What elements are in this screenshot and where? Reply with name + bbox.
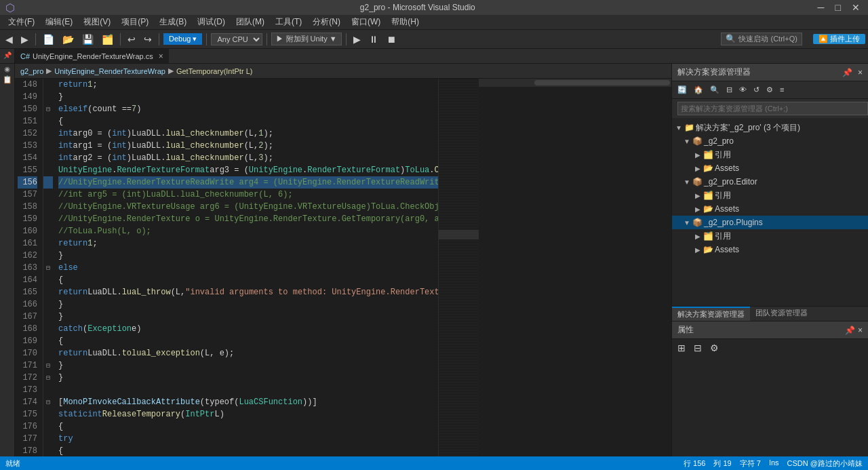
properties-toolbar: ⊞ ⊟ ⚙	[672, 339, 868, 357]
maximize-btn[interactable]: □	[833, 2, 844, 13]
close-panel-btn[interactable]: ×	[858, 68, 863, 77]
refresh-btn[interactable]: ↺	[751, 85, 762, 95]
save-btn[interactable]: 💾	[79, 33, 96, 45]
properties-title: 属性	[677, 324, 845, 336]
code-line-155: UnityEngine.RenderTextureFormat arg3 = (…	[58, 164, 438, 176]
assets2-label: Assets	[715, 204, 739, 214]
status-bar: 就绪 行 156 列 19 字符 7 Ins CSDN @路过的小靖妹	[0, 456, 868, 470]
back-btn[interactable]: ◀	[3, 33, 16, 45]
menu-window[interactable]: 窗口(W)	[346, 15, 386, 29]
tree-g2pro-plugins[interactable]: ▼ 📦 _g2_pro.Plugins	[672, 216, 868, 229]
window-controls[interactable]: ─ □ ✕	[815, 2, 863, 13]
tree-editor-ref[interactable]: ▶ 🗂️ 引用	[672, 189, 868, 202]
home-btn[interactable]: 🏠	[691, 85, 706, 95]
code-line-176: {	[58, 420, 438, 433]
close-btn[interactable]: ✕	[849, 2, 863, 13]
minimap[interactable]	[438, 79, 479, 456]
tree-plugins-ref[interactable]: ▶ 🗂️ 引用	[672, 229, 868, 243]
solution-search-input[interactable]	[677, 102, 868, 115]
menu-build[interactable]: 生成(B)	[154, 15, 192, 29]
pin-properties-btn[interactable]: 📌	[845, 326, 855, 335]
sync-btn[interactable]: 🔄	[675, 85, 690, 95]
menu-edit[interactable]: 编辑(E)	[40, 15, 78, 29]
menu-help[interactable]: 帮助(H)	[386, 15, 425, 29]
menu-bar: 文件(F) 编辑(E) 视图(V) 项目(P) 生成(B) 调试(D) 团队(M…	[0, 15, 868, 30]
close-properties-btn[interactable]: ×	[858, 326, 863, 335]
expand-btn[interactable]: ≡	[777, 85, 787, 95]
team-explorer-tab[interactable]: 团队资源管理器	[750, 307, 813, 321]
left-strip: ◉ 📋	[0, 64, 15, 456]
open-btn[interactable]: 📂	[60, 33, 77, 45]
menu-view[interactable]: 视图(V)	[78, 15, 116, 29]
menu-project[interactable]: 项目(P)	[116, 15, 154, 29]
tab-close-1[interactable]: ×	[159, 52, 163, 61]
code-line-168: catch (Exception e)	[58, 323, 438, 335]
expand-plugins-icon: ▼	[683, 219, 691, 227]
tree-g2pro[interactable]: ▼ 📦 _g2_pro	[672, 134, 868, 148]
props-cat-btn[interactable]: ⊞	[675, 342, 688, 354]
tree-g2pro-editor[interactable]: ▼ 📦 _g2_pro.Editor	[672, 175, 868, 189]
title-text: g2_pro - Microsoft Visual Studio	[20, 3, 815, 12]
stop-btn[interactable]: ⏹	[384, 33, 399, 45]
pin-panel-btn[interactable]: 📌	[842, 68, 852, 77]
debug-mode-btn[interactable]: Debug ▾	[163, 33, 202, 45]
solution-search-box[interactable]	[672, 99, 868, 118]
save-all-btn[interactable]: 🗂️	[99, 33, 116, 45]
code-line-173	[58, 384, 438, 396]
menu-analyze[interactable]: 分析(N)	[307, 15, 346, 29]
sep6	[346, 33, 347, 45]
cloud-upload-btn[interactable]: 🔼 插件上传	[813, 34, 865, 44]
solution-toolbar: 🔄 🏠 🔍 ⊟ 👁 ↺ ⚙ ≡	[672, 81, 868, 99]
menu-tools[interactable]: 工具(T)	[270, 15, 307, 29]
settings-btn[interactable]: ⚙	[764, 85, 776, 95]
pause-btn[interactable]: ⏸	[366, 33, 381, 45]
assets2-icon: 📂	[703, 204, 713, 214]
attach-unity-btn[interactable]: ▶ 附加到 Unity ▼	[271, 33, 341, 45]
breadcrumb-sep1: ▶	[46, 66, 52, 75]
redo-btn[interactable]: ↪	[141, 33, 155, 45]
assets1-label: Assets	[715, 163, 739, 173]
new-file-btn[interactable]: 📄	[40, 33, 57, 45]
code-line-163: else	[58, 262, 438, 274]
menu-team[interactable]: 团队(M)	[231, 15, 270, 29]
expand-g2pro-icon: ▼	[683, 138, 691, 145]
solution-tree[interactable]: ▼ 📁 解决方案'_g2_pro' (3 个项目) ▼ 📦 _g2_pro ▶ …	[672, 118, 868, 306]
sep2	[120, 33, 121, 45]
props-az-btn[interactable]: ⊟	[691, 342, 705, 354]
vs-logo: ⬡	[5, 1, 15, 14]
tree-g2pro-ref[interactable]: ▶ 🗂️ 引用	[672, 148, 868, 161]
scrollbar-thumb[interactable]	[534, 80, 670, 85]
code-line-174: [MonoPInvokeCallbackAttribute(typeof(Lua…	[58, 396, 438, 408]
tree-g2pro-assets[interactable]: ▶ 📂 Assets	[672, 161, 868, 175]
expand-ref2-icon: ▶	[694, 192, 702, 199]
run-btn[interactable]: ▶	[351, 33, 363, 45]
collapse-all-btn[interactable]: ⊟	[724, 85, 735, 95]
code-content[interactable]: 148149150151152 153154155 156 1571581591…	[15, 79, 671, 456]
filter-btn[interactable]: 🔍	[707, 85, 722, 95]
quick-launch-box[interactable]: 🔍 快速启动 (Ctrl+Q)	[721, 33, 802, 45]
minimize-btn[interactable]: ─	[815, 2, 827, 13]
tree-solution-root[interactable]: ▼ 📁 解决方案'_g2_pro' (3 个项目)	[672, 121, 868, 134]
menu-debug[interactable]: 调试(D)	[192, 15, 231, 29]
left-strip-icon2: 📋	[3, 75, 12, 84]
tab-render-texture-wrap[interactable]: C# UnityEngine_RenderTextureWrap.cs ×	[15, 49, 169, 63]
forward-btn[interactable]: ▶	[18, 33, 31, 45]
horizontal-scrollbar[interactable]	[479, 79, 671, 87]
tree-plugins-assets[interactable]: ▶ 📂 Assets	[672, 243, 868, 256]
show-all-btn[interactable]: 👁	[736, 85, 749, 95]
code-line-169: {	[58, 335, 438, 347]
main-container: ◉ 📋 g2_pro ▶ UnityEngine_RenderTextureWr…	[0, 64, 868, 456]
ref3-label: 引用	[715, 231, 731, 242]
code-lines[interactable]: return 1; } else if (count == 7) { int a…	[53, 79, 438, 456]
code-line-150: else if (count == 7)	[58, 103, 438, 115]
menu-file[interactable]: 文件(F)	[3, 15, 40, 29]
expand-assets2-icon: ▶	[694, 205, 702, 213]
status-ready: 就绪	[5, 458, 20, 469]
tree-editor-assets[interactable]: ▶ 📂 Assets	[672, 202, 868, 216]
editor-area: g2_pro ▶ UnityEngine_RenderTextureWrap ▶…	[15, 64, 671, 456]
undo-btn[interactable]: ↩	[125, 33, 138, 45]
solution-explorer-tab[interactable]: 解决方案资源管理器	[672, 307, 750, 321]
platform-selector[interactable]: Any CPU	[211, 33, 262, 45]
minimap-viewport	[439, 230, 479, 239]
props-gear-btn[interactable]: ⚙	[707, 342, 722, 354]
